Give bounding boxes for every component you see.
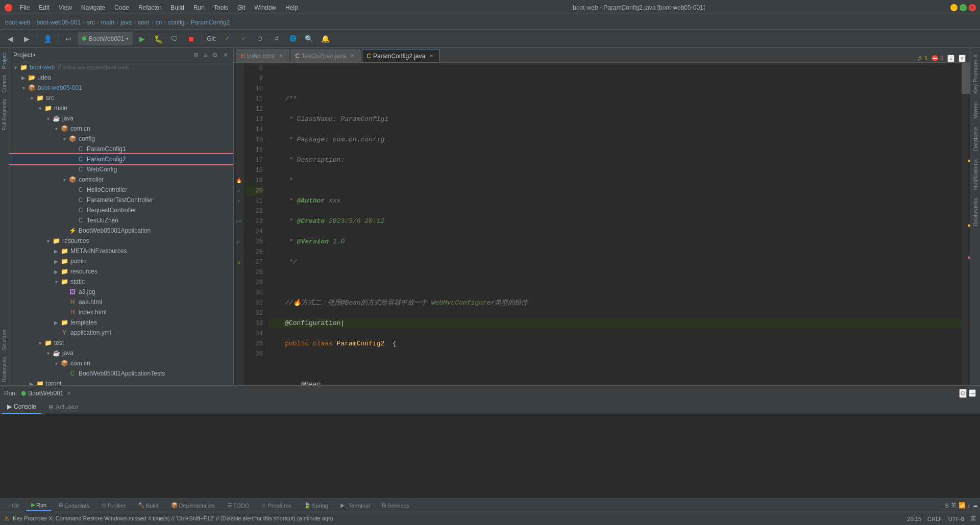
actuator-tab[interactable]: ⊞ Actuator [43, 401, 84, 414]
tree-item-requestcontroller[interactable]: ▶ C RequestController [9, 205, 233, 215]
translate-button[interactable]: 🌐 [286, 32, 300, 46]
menu-code[interactable]: Code [110, 3, 133, 12]
tree-item-boot-web[interactable]: ▾ 📁 boot-web E:\idea-workspace\boot-web [9, 62, 233, 72]
tree-item-bootweb05001applicationtests[interactable]: ▶ C BootWeb05001ApplicationTests [9, 368, 233, 379]
profile-button[interactable]: 👤 [40, 32, 55, 46]
menu-help[interactable]: Help [281, 3, 302, 12]
console-area[interactable] [0, 414, 980, 498]
database-tab[interactable]: Database [971, 123, 979, 155]
tree-item-paramconfig1[interactable]: ▶ C ParamConfig1 [9, 144, 233, 154]
tree-item-java-test[interactable]: ▾ ☕ java [9, 348, 233, 358]
panel-close-button[interactable]: ✕ [222, 51, 229, 60]
tree-item-boot-web05-001[interactable]: ▾ 📦 boot-web05-001 [9, 83, 233, 93]
run-button[interactable]: ▶ [135, 32, 149, 46]
commit-tab-icon[interactable]: Commit [1, 72, 8, 95]
tab-close-icon[interactable]: ✕ [429, 53, 433, 59]
bc-java[interactable]: java [120, 19, 132, 26]
forward-button[interactable]: ▶ [19, 32, 34, 46]
git-commit-button[interactable]: ✓ [220, 32, 235, 46]
tree-item-comcn[interactable]: ▾ 📦 com.cn [9, 123, 233, 134]
menu-refactor[interactable]: Refactor [134, 3, 165, 12]
project-tab-icon[interactable]: Project [1, 50, 8, 72]
key-promoter-tab[interactable]: Key Promoter X [971, 50, 979, 98]
tree-item-comcn-test[interactable]: ▾ 📦 com.cn [9, 358, 233, 368]
status-encoding[interactable]: UTF-8 [948, 516, 964, 522]
menu-run[interactable]: Run [189, 3, 209, 12]
debug-button[interactable]: 🐛 [151, 32, 165, 46]
status-lang[interactable]: 英 [970, 515, 976, 522]
tree-item-indexhtml[interactable]: ▶ H index.html [9, 307, 233, 317]
run-bottom-tab[interactable]: ▶ Run [26, 500, 52, 511]
bc-boot-web05-001[interactable]: boot-web05-001 [36, 19, 81, 26]
bc-cn[interactable]: cn [156, 19, 162, 26]
tree-item-webconfig[interactable]: ▶ C WebConfig [9, 164, 233, 174]
tree-item-src[interactable]: ▾ 📁 src [9, 93, 233, 103]
run-config-dropdown[interactable]: ⬢ BootWeb001 ▾ [78, 32, 133, 45]
tab-paramconfig2-java[interactable]: C ParamConfig2.java ✕ [362, 49, 440, 62]
tree-item-templates[interactable]: ▶ 📁 templates [9, 317, 233, 328]
tree-item-metainf[interactable]: ▶ 📁 META-INF.resources [9, 246, 233, 256]
bc-config[interactable]: config [168, 19, 185, 26]
panel-collapse-button[interactable]: ≡ [203, 51, 208, 60]
terminal-tab[interactable]: ▶_ Terminal [335, 500, 375, 511]
bc-boot-web[interactable]: boot-web [5, 19, 30, 26]
undo-button[interactable]: ↩ [61, 32, 76, 46]
menu-navigate[interactable]: Navigate [77, 3, 109, 12]
endpoints-tab[interactable]: ⊞ Endpoints [54, 500, 94, 511]
structure-icon[interactable]: Structure [1, 327, 8, 354]
notifications-button[interactable]: 🔔 [318, 32, 333, 46]
pull-requests-icon[interactable]: Pull Requests [1, 96, 8, 134]
git-history-button[interactable]: ↺ [270, 32, 284, 46]
tree-item-idea[interactable]: ▶ 📂 .idea [9, 72, 233, 83]
tree-item-resources2[interactable]: ▶ 📁 resources [9, 266, 233, 277]
tree-item-parametertestcontroller[interactable]: ▶ C ParameterTestController [9, 195, 233, 205]
bookmarks-icon[interactable]: Bookmarks [1, 354, 8, 385]
tree-item-controller[interactable]: ▾ 📦 controller [9, 174, 233, 185]
menu-build[interactable]: Build [166, 3, 188, 12]
code-editor[interactable]: /** * ClassName: ParamConfig1 * Package:… [267, 63, 962, 385]
back-button[interactable]: ◀ [3, 32, 17, 46]
tab-close-icon[interactable]: ✕ [350, 53, 354, 59]
collapse-editor-button[interactable]: ▲ [947, 55, 954, 62]
tree-item-target[interactable]: ▶ 📁 target [9, 379, 233, 385]
tree-item-static[interactable]: ▾ 📁 static [9, 277, 233, 287]
build-tab[interactable]: 🔨 Build [133, 500, 163, 511]
run-settings-button[interactable]: ⚙ [959, 389, 967, 398]
tree-item-hellocontroller[interactable]: ▶ C HelloController [9, 185, 233, 195]
editor-scrollbar[interactable] [962, 63, 970, 385]
tree-item-bootweb05001application[interactable]: ▶ ⚡ BootWeb05001Application [9, 226, 233, 236]
git-fetch-button[interactable]: ⏱ [253, 32, 267, 46]
problems-tab[interactable]: ⚠ Problems [256, 500, 296, 511]
run-with-coverage-button[interactable]: 🛡 [167, 32, 182, 46]
tab-close-icon[interactable]: ✕ [279, 53, 283, 59]
scrollbar-thumb[interactable] [962, 63, 970, 94]
tree-item-aaahtml[interactable]: ▶ H aaa.html [9, 297, 233, 307]
tree-item-paramconfig2[interactable]: ▶ C ParamConfig2 [9, 154, 233, 164]
bookmarks-right-tab[interactable]: Bookmarks [971, 194, 979, 230]
tab-index-html[interactable]: H index.html ✕ [236, 49, 289, 62]
menu-view[interactable]: View [55, 3, 76, 12]
notifications-tab[interactable]: Notifications [971, 155, 979, 194]
stop-button[interactable]: ⏹ [184, 32, 198, 46]
bc-main[interactable]: main [101, 19, 114, 26]
status-crlf[interactable]: CRLF [927, 516, 942, 522]
tree-item-test[interactable]: ▾ 📁 test [9, 338, 233, 348]
run-config-item[interactable]: ⬢ BootWeb001 ✕ [21, 390, 70, 397]
maximize-button[interactable]: □ [960, 4, 967, 11]
tree-item-main[interactable]: ▾ 📁 main [9, 103, 233, 113]
services-tab[interactable]: ⊞ Services [377, 500, 414, 511]
menu-window[interactable]: Window [250, 3, 280, 12]
dependencies-tab[interactable]: 📦 Dependencies [166, 500, 220, 511]
todo-tab[interactable]: ☰ TODO [222, 500, 255, 511]
git-push-button[interactable]: ✓ [237, 32, 251, 46]
close-button[interactable]: ✕ [969, 4, 976, 11]
bc-com[interactable]: com [138, 19, 150, 26]
spring-tab[interactable]: 🍃 Spring [299, 500, 333, 511]
bc-src[interactable]: src [87, 19, 95, 26]
tree-item-testjuzhen[interactable]: ▶ C TestJuZhen [9, 215, 233, 226]
tree-item-config[interactable]: ▾ 📦 config [9, 134, 233, 144]
menu-edit[interactable]: Edit [35, 3, 54, 12]
panel-add-button[interactable]: ⊞ [192, 51, 200, 60]
panel-gear-button[interactable]: ⚙ [211, 51, 219, 60]
run-tab-close-icon[interactable]: ✕ [67, 390, 71, 396]
